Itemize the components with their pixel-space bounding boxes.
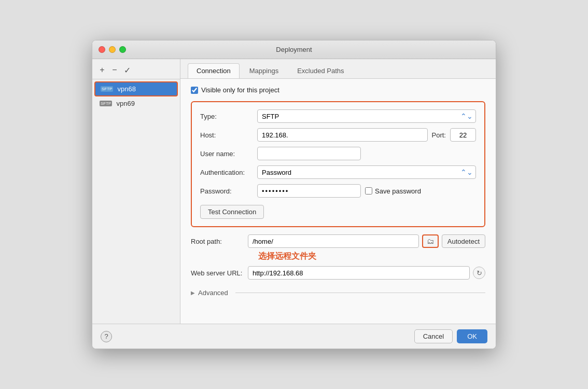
root-path-label: Root path: xyxy=(191,238,248,245)
close-button[interactable] xyxy=(99,46,105,53)
tab-excluded-paths[interactable]: Excluded Paths xyxy=(288,63,353,78)
type-select[interactable]: SFTP FTP FTPS xyxy=(257,109,476,123)
reload-icon: ↻ xyxy=(477,269,482,277)
sidebar-toolbar: + − ✓ xyxy=(92,62,180,79)
visible-only-label: Visible only for this project xyxy=(201,86,279,94)
form-area: Visible only for this project Type: SFTP… xyxy=(180,79,496,324)
main-panel: Connection Mappings Excluded Paths Visib… xyxy=(180,59,496,324)
content-area: + − ✓ SFTP vpn68 SFTP vpn69 Connection M xyxy=(92,59,496,324)
visible-only-row: Visible only for this project xyxy=(191,86,485,94)
tabs-bar: Connection Mappings Excluded Paths xyxy=(180,59,496,79)
window-title: Deployment xyxy=(276,46,312,53)
help-button[interactable]: ? xyxy=(101,331,112,342)
type-row: Type: SFTP FTP FTPS ⌃⌄ xyxy=(200,109,476,123)
username-input[interactable] xyxy=(257,147,361,160)
auth-label: Authentication: xyxy=(200,169,257,176)
root-path-input-wrap: 🗂 Autodetect xyxy=(248,234,485,248)
sidebar: + − ✓ SFTP vpn68 SFTP vpn69 xyxy=(92,59,180,324)
sidebar-item-vpn69[interactable]: SFTP vpn69 xyxy=(94,97,178,110)
autodetect-button[interactable]: Autodetect xyxy=(442,234,485,248)
add-button[interactable]: + xyxy=(96,64,108,76)
sidebar-item-label: vpn68 xyxy=(117,85,135,93)
chinese-annotation: 选择远程文件夹 xyxy=(258,251,316,262)
minimize-button[interactable] xyxy=(109,46,116,53)
web-url-input[interactable] xyxy=(248,266,470,280)
sidebar-item-vpn68[interactable]: SFTP vpn68 xyxy=(94,81,178,96)
auth-select-wrapper: Password Key pair OpenSSH config and aut… xyxy=(257,165,476,179)
titlebar: Deployment xyxy=(92,40,496,59)
port-input[interactable]: 22 xyxy=(450,128,476,142)
password-label: Password: xyxy=(200,187,257,195)
tab-mappings[interactable]: Mappings xyxy=(241,63,287,78)
web-url-label: Web server URL: xyxy=(191,269,248,277)
footer: ? Cancel OK xyxy=(92,324,496,349)
advanced-row[interactable]: ▶ Advanced xyxy=(191,285,485,297)
test-connection-button[interactable]: Test Connection xyxy=(200,205,264,219)
auth-select[interactable]: Password Key pair OpenSSH config and aut… xyxy=(257,165,476,179)
port-label: Port: xyxy=(432,131,446,139)
visible-only-checkbox[interactable] xyxy=(191,87,198,94)
ok-button[interactable]: OK xyxy=(457,329,487,343)
advanced-label: Advanced xyxy=(198,289,228,297)
host-input[interactable]: 192.168. xyxy=(257,128,428,142)
save-password-wrap: Save password xyxy=(365,187,421,195)
password-input[interactable] xyxy=(257,184,361,198)
annotation-row: 选择远程文件夹 xyxy=(191,253,485,262)
host-input-wrap: 192.168. Port: 22 xyxy=(257,128,476,142)
root-path-input[interactable] xyxy=(248,234,419,248)
web-url-row: Web server URL: ↻ xyxy=(191,266,485,280)
check-button[interactable]: ✓ xyxy=(121,64,133,76)
auth-row: Authentication: Password Key pair OpenSS… xyxy=(200,165,476,179)
host-row: Host: 192.168. Port: 22 xyxy=(200,128,476,142)
cancel-button[interactable]: Cancel xyxy=(414,329,453,343)
titlebar-buttons xyxy=(99,46,126,53)
footer-buttons: Cancel OK xyxy=(414,329,487,343)
web-url-input-wrap: ↻ xyxy=(248,266,485,280)
username-label: User name: xyxy=(200,150,257,158)
advanced-triangle-icon: ▶ xyxy=(191,290,195,296)
save-password-label: Save password xyxy=(375,187,421,195)
password-row: Password: Save password xyxy=(200,184,476,198)
save-password-checkbox[interactable] xyxy=(365,187,372,195)
sftp-badge: SFTP xyxy=(101,86,113,92)
maximize-button[interactable] xyxy=(119,46,126,53)
type-select-wrapper: SFTP FTP FTPS ⌃⌄ xyxy=(257,109,476,123)
advanced-divider xyxy=(235,293,485,293)
host-label: Host: xyxy=(200,131,257,139)
test-connection-wrap: Test Connection xyxy=(200,203,476,219)
connection-highlight-box: Type: SFTP FTP FTPS ⌃⌄ Host: xyxy=(191,101,485,227)
tab-connection[interactable]: Connection xyxy=(188,63,240,78)
remove-button[interactable]: − xyxy=(109,64,120,76)
browse-folder-button[interactable]: 🗂 xyxy=(422,234,439,248)
web-reload-button[interactable]: ↻ xyxy=(473,267,485,279)
username-row: User name: xyxy=(200,147,476,160)
sftp-badge-2: SFTP xyxy=(100,101,112,106)
root-path-row: Root path: 🗂 Autodetect xyxy=(191,234,485,248)
sidebar-item-label-2: vpn69 xyxy=(116,100,134,107)
type-label: Type: xyxy=(200,113,257,120)
deployment-window: Deployment + − ✓ SFTP vpn68 SFTP vpn69 xyxy=(92,40,496,349)
folder-icon: 🗂 xyxy=(427,237,434,245)
